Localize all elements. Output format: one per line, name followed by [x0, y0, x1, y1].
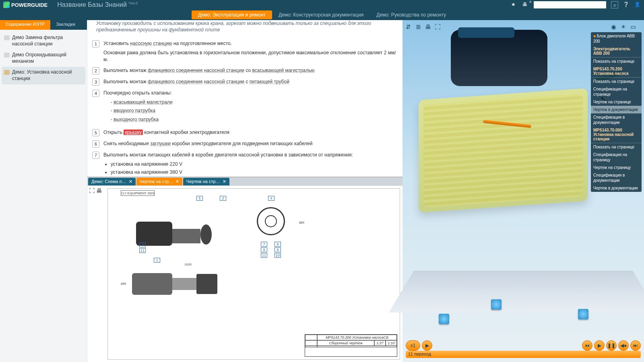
- folder-icon: [4, 53, 10, 58]
- sidebar-tab-bookmarks[interactable]: Закладки: [50, 20, 81, 30]
- sidebar-item[interactable]: Демо: Установка насосной станции: [2, 67, 85, 84]
- step: 6 Снять необходимые заглушки коробки эле…: [92, 140, 398, 148]
- kb-title-text: Название Базы Знаний: [57, 1, 127, 8]
- step-number: 4: [92, 90, 99, 97]
- ctx-item[interactable]: Показать на странице: [591, 78, 642, 85]
- ctx-item[interactable]: Показать на странице: [591, 58, 642, 65]
- kb-rev: *rev.0: [128, 1, 138, 5]
- ctx-title[interactable]: Блок двигателя АВВ 200: [591, 32, 642, 45]
- main-tab-design-docs[interactable]: Демо: Конструкторская документация: [272, 10, 370, 19]
- folder-icon: [4, 35, 10, 40]
- play-next-icon[interactable]: ▶: [422, 340, 432, 351]
- close-icon[interactable]: ✕: [223, 179, 226, 184]
- panel-tab[interactable]: Чертеж на стр…✕: [183, 178, 229, 185]
- rewind-icon[interactable]: ⏮: [582, 340, 592, 351]
- fit-icon[interactable]: ⛶: [89, 187, 95, 194]
- cursor-icon: ↖: [601, 96, 605, 102]
- ctx-heading: Электродвигатель АВВ 200: [591, 45, 642, 57]
- ctx-item[interactable]: Чертеж в документации: [591, 184, 642, 192]
- dimension: 1620: [184, 263, 192, 266]
- user-icon[interactable]: 👤: [634, 2, 641, 8]
- step: 4 Поочередно открыть клапаны: всасывающе…: [92, 90, 398, 125]
- step-note: Основная рама должна быть установлена в …: [103, 49, 398, 63]
- print-icon[interactable]: 🖶: [96, 187, 102, 194]
- ctx-item[interactable]: Показать на странице: [591, 143, 642, 151]
- link-station[interactable]: насосной станции: [204, 79, 244, 84]
- main-tabbar: Демо: Эксплуатация и ремонт Демо: Констр…: [0, 10, 644, 20]
- star-icon[interactable]: ★: [511, 2, 518, 8]
- link-valve[interactable]: выходного патрубка: [114, 117, 159, 122]
- step-number: 2: [92, 67, 99, 74]
- pos-tag: 2: [220, 196, 226, 201]
- bullet: установка на напряжение 380 V: [111, 169, 398, 176]
- pos-tag: 8: [275, 247, 281, 252]
- folder-icon: [4, 70, 10, 75]
- sidebar-item-label: Демо Замена фильтра насосной станции: [12, 35, 83, 47]
- panel-tab[interactable]: Чертеж на стр…✕: [136, 178, 183, 185]
- animation-player: x1 ▶ ⏮ ▶ ❚❚ ◀● ⏭: [406, 340, 641, 351]
- sidebar-item[interactable]: Демо Замена фильтра насосной станции: [2, 32, 85, 49]
- context-menu: Блок двигателя АВВ 200 Электродвигатель …: [591, 32, 642, 192]
- pos-tag: 4: [268, 196, 275, 201]
- ctx-item[interactable]: Чертеж на страницу: [591, 164, 642, 171]
- sidebar: Содержание ИЭТР Закладки Демо Замена фил…: [0, 20, 87, 362]
- print-icon[interactable]: 🖶0: [522, 2, 529, 8]
- forward-icon[interactable]: ⏭: [630, 340, 641, 351]
- step: 3 Выполнить монтаж фланцевого соединения…: [92, 78, 398, 86]
- brand-text: POWERGUIDE: [11, 2, 47, 8]
- link-flange[interactable]: фланцевого соединения: [148, 79, 202, 84]
- panel-tab[interactable]: Демо: Схема п…✕: [88, 178, 136, 185]
- ctx-item[interactable]: Чертеж на странице: [591, 98, 642, 106]
- link-valve[interactable]: вводного патрубка: [114, 108, 155, 113]
- ctx-item[interactable]: Спецификация на странице: [591, 85, 642, 98]
- ctx-item[interactable]: Спецификация в документации: [591, 113, 642, 126]
- stop-icon[interactable]: ◀●: [618, 340, 629, 351]
- link-station[interactable]: насосной станции: [204, 68, 244, 73]
- print-count: 0: [530, 0, 531, 4]
- drawing-header: SPECIFICLY EQUIPMENT 20220-EN5.bt: [121, 190, 155, 196]
- sidebar-tab-toc[interactable]: Содержание ИЭТР: [0, 20, 50, 30]
- ctx-item[interactable]: Спецификация в документации: [591, 171, 642, 184]
- main-tab-repair-guides[interactable]: Демо: Руководства по ремонту: [370, 10, 452, 19]
- main-tab-operation[interactable]: Демо: Эксплуатация и ремонт: [192, 10, 272, 19]
- drawing-canvas[interactable]: SPECIFICLY EQUIPMENT 20220-EN5.bt 5 2 7 …: [107, 188, 400, 360]
- step: 2 Выполнить монтаж фланцевого соединения…: [92, 67, 398, 74]
- pause-icon[interactable]: ❚❚: [606, 340, 617, 351]
- close-icon[interactable]: ✕: [129, 179, 132, 184]
- ctx-heading: MPS143.70.200 Установка насоса: [591, 65, 642, 77]
- speed-button[interactable]: x1: [406, 340, 420, 351]
- sidebar-item[interactable]: Демо Опрокидывающий механизм: [2, 49, 85, 67]
- ctx-item[interactable]: Спецификация на страницу: [591, 151, 642, 164]
- play-icon[interactable]: ▶: [594, 340, 605, 351]
- dimension: 885: [121, 282, 126, 286]
- 3d-viewer[interactable]: ⇵ 🗎 🖶 ⛶ ◉ ☀ ▭ Блок двигателя АВВ 200 Эле…: [402, 20, 644, 362]
- doc-intro: Установку производить с использованием к…: [92, 20, 398, 36]
- pos-tag: 11: [261, 253, 267, 258]
- link-valve[interactable]: всасывающей магистрали: [114, 99, 172, 105]
- step-number: 3: [92, 78, 99, 86]
- close-icon[interactable]: ✕: [175, 179, 179, 184]
- viewer-status: 11 переход: [406, 351, 641, 358]
- bullet: установка на напряжение 220 V: [111, 161, 398, 168]
- pos-tag: 11: [139, 248, 146, 253]
- link-suction[interactable]: всасывающей магистралью: [252, 68, 315, 73]
- help-icon[interactable]: ❔: [623, 2, 630, 8]
- ctx-item[interactable]: Чертеж в документации: [591, 106, 642, 113]
- sidebar-item-label: Демо Опрокидывающий механизм: [12, 52, 83, 64]
- pos-tag: 6: [275, 242, 281, 247]
- link-flange[interactable]: фланцевого соединения: [148, 68, 202, 73]
- kb-title: Название Базы Знаний *rev.0: [57, 1, 138, 8]
- step-number: 1: [92, 40, 99, 47]
- step: 7 Выполнить монтаж питающих кабелей в ко…: [92, 152, 398, 177]
- link-plugs[interactable]: заглушки: [150, 141, 171, 146]
- step-number: 7: [92, 152, 99, 159]
- drawing-pane: ⛶ 🖶 SPECIFICLY EQUIPMENT 20220-EN5.bt 5 …: [87, 186, 402, 362]
- search-input[interactable]: [534, 1, 606, 8]
- document-pane[interactable]: Установку производить с использованием к…: [87, 20, 402, 177]
- link-pump-station[interactable]: насосную станцию: [130, 41, 172, 46]
- link-cover[interactable]: крышку: [124, 130, 143, 135]
- link-supply[interactable]: питающей трубой: [250, 79, 289, 84]
- search-button[interactable]: ⌕: [611, 1, 618, 8]
- pos-tag: 7: [139, 243, 146, 247]
- top-bar: POWERGUIDE Название Базы Знаний *rev.0 ★…: [0, 0, 644, 10]
